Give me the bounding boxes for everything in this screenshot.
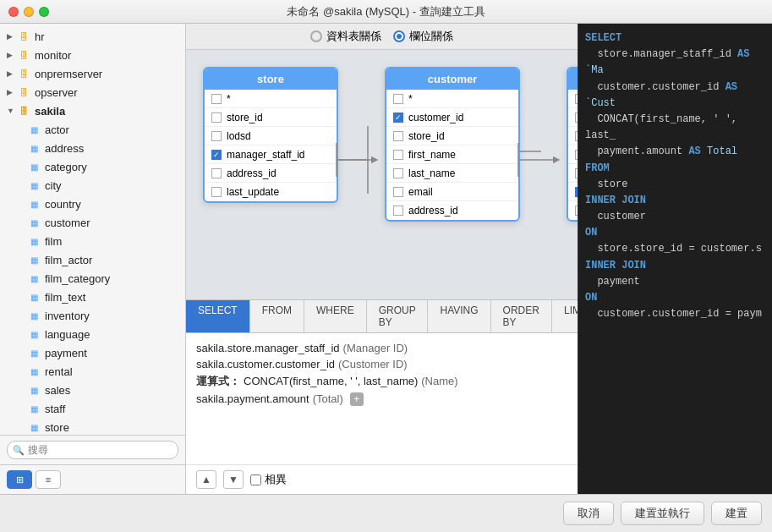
sidebar-item-language[interactable]: ▦ language xyxy=(0,325,185,343)
close-button[interactable] xyxy=(8,7,19,17)
sidebar-item-staff[interactable]: ▦ staff xyxy=(0,399,185,418)
sql-line: ON xyxy=(585,225,765,241)
tab-group-by[interactable]: GROUP BY xyxy=(367,300,429,332)
sidebar-item-monitor[interactable]: ▶ 🗄 monitor xyxy=(0,46,185,64)
sidebar-item-label: language xyxy=(45,328,90,341)
sidebar-item-label: film_actor xyxy=(45,254,92,266)
diff-option[interactable]: 相異 xyxy=(250,472,287,487)
field-checkbox[interactable] xyxy=(211,187,222,197)
sidebar-item-actor[interactable]: ▦ actor xyxy=(0,120,185,139)
sidebar-item-film-text[interactable]: ▦ film_text xyxy=(0,288,185,306)
tab-from[interactable]: FROM xyxy=(250,300,304,332)
field-checkbox[interactable] xyxy=(575,112,578,123)
sidebar-item-city[interactable]: ▦ city xyxy=(0,176,185,195)
tab-order-by[interactable]: ORDER BY xyxy=(491,300,552,332)
field-checkbox[interactable] xyxy=(393,131,403,141)
table-icon: ▦ xyxy=(27,402,41,415)
tab-select[interactable]: SELECT xyxy=(186,300,250,332)
connector-store-customer xyxy=(337,134,387,185)
sidebar-item-rental[interactable]: ▦ rental xyxy=(0,362,185,381)
payment-table-header: pa... xyxy=(568,69,578,90)
search-input[interactable] xyxy=(7,441,178,459)
sql-alias: `Cust xyxy=(585,97,616,109)
table-row: * xyxy=(568,90,578,108)
field-checkbox[interactable]: ✓ xyxy=(393,112,403,123)
sql-plain: customer xyxy=(585,211,646,222)
sidebar-item-opserver[interactable]: ▶ 🗄 opserver xyxy=(0,83,185,101)
query-field: sakila.customer.customer_id xyxy=(196,358,335,370)
sidebar-item-label: category xyxy=(45,161,87,173)
move-up-button[interactable]: ▲ xyxy=(196,470,216,489)
sidebar-item-film-actor[interactable]: ▦ film_actor xyxy=(0,250,185,269)
maximize-button[interactable] xyxy=(39,7,49,17)
sidebar-item-label: hr xyxy=(35,30,45,43)
field-checkbox[interactable] xyxy=(575,94,578,104)
sidebar: ▶ 🗄 hr ▶ 🗄 monitor ▶ 🗄 onpremserver ▶ 🗄 … xyxy=(0,24,186,494)
query-content: sakila.store.manager_staff_id (Manager I… xyxy=(186,333,578,464)
tab-where[interactable]: WHERE xyxy=(304,300,367,332)
move-down-button[interactable]: ▼ xyxy=(223,470,244,489)
field-checkbox[interactable] xyxy=(575,131,578,141)
field-checkbox[interactable] xyxy=(393,168,403,178)
app-footer: 取消 建置並執行 建置 xyxy=(0,494,772,532)
database-icon: 🗄 xyxy=(17,48,30,62)
query-label: 運算式： xyxy=(196,374,240,389)
sidebar-item-hr[interactable]: ▶ 🗄 hr xyxy=(0,27,185,46)
sql-plain: store.store_id = customer.s xyxy=(585,243,762,255)
field-checkbox[interactable] xyxy=(393,94,403,104)
sql-plain: store.manager_staff_id xyxy=(585,48,737,60)
add-field-button[interactable]: + xyxy=(350,392,364,406)
sidebar-item-film-category[interactable]: ▦ film_category xyxy=(0,269,185,288)
build-button[interactable]: 建置 xyxy=(711,502,762,525)
tab-limit[interactable]: LIMIT xyxy=(552,300,578,332)
sidebar-item-film[interactable]: ▦ film xyxy=(0,232,185,250)
sql-keyword: INNER JOIN xyxy=(585,260,646,271)
table-row: rental_... xyxy=(568,164,578,183)
sidebar-item-onpremserver[interactable]: ▶ 🗄 onpremserver xyxy=(0,64,185,83)
sidebar-item-category[interactable]: ▦ category xyxy=(0,157,185,176)
tab-having[interactable]: HAVING xyxy=(428,300,490,332)
sidebar-item-payment[interactable]: ▦ payment xyxy=(0,343,185,362)
table-icon: ▦ xyxy=(27,290,41,304)
field-checkbox[interactable] xyxy=(211,94,222,104)
field-checkbox[interactable] xyxy=(211,168,222,178)
list-view-button[interactable]: ≡ xyxy=(36,470,61,489)
query-field: CONCAT(first_name, ' ', last_name) xyxy=(244,375,418,387)
sidebar-item-customer[interactable]: ▦ customer xyxy=(0,213,185,232)
diff-checkbox-input[interactable] xyxy=(250,474,261,485)
sidebar-item-sakila[interactable]: ▼ 🗄 sakila xyxy=(0,101,185,120)
sql-panel: SELECT store.manager_staff_id AS `Ma cus… xyxy=(578,24,772,494)
table-icon: ▦ xyxy=(27,216,41,229)
field-checkbox[interactable] xyxy=(211,112,222,123)
field-checkbox[interactable] xyxy=(393,206,403,216)
cancel-button[interactable]: 取消 xyxy=(563,502,614,525)
minimize-button[interactable] xyxy=(24,7,34,17)
build-run-button[interactable]: 建置並執行 xyxy=(621,502,704,525)
field-checkbox[interactable] xyxy=(393,150,403,160)
sql-line: payment.amount AS Total xyxy=(585,144,765,160)
sidebar-item-sales[interactable]: ▦ sales xyxy=(0,381,185,399)
table-icon: ▦ xyxy=(27,383,41,397)
sidebar-item-address[interactable]: ▦ address xyxy=(0,139,185,157)
query-row-4: sakila.payment.amount (Total) + xyxy=(196,392,567,406)
sql-alias: `Ma xyxy=(585,64,604,76)
diagram-toolbar: 資料表關係 欄位關係 xyxy=(186,24,578,50)
field-checkbox[interactable] xyxy=(211,131,222,141)
radio-col-option[interactable]: 欄位關係 xyxy=(393,29,453,44)
field-checkbox[interactable] xyxy=(393,187,403,197)
table-row: store_id xyxy=(386,127,518,145)
field-checkbox[interactable] xyxy=(575,150,578,160)
table-icon: ▦ xyxy=(27,346,41,359)
sidebar-item-country[interactable]: ▦ country xyxy=(0,195,185,213)
sql-alias: Total xyxy=(701,145,737,157)
query-alias: (Total) xyxy=(313,392,343,405)
field-checkbox[interactable] xyxy=(575,206,578,216)
field-checkbox[interactable]: ✓ xyxy=(211,150,222,160)
grid-view-button[interactable]: ⊞ xyxy=(7,470,32,489)
field-checkbox[interactable] xyxy=(575,168,578,178)
sidebar-item-store[interactable]: ▦ store xyxy=(0,418,185,435)
field-checkbox[interactable]: ✓ xyxy=(575,187,578,197)
radio-table-option[interactable]: 資料表關係 xyxy=(310,29,381,44)
sidebar-item-inventory[interactable]: ▦ inventory xyxy=(0,306,185,325)
sql-plain: payment.amount xyxy=(585,145,688,157)
